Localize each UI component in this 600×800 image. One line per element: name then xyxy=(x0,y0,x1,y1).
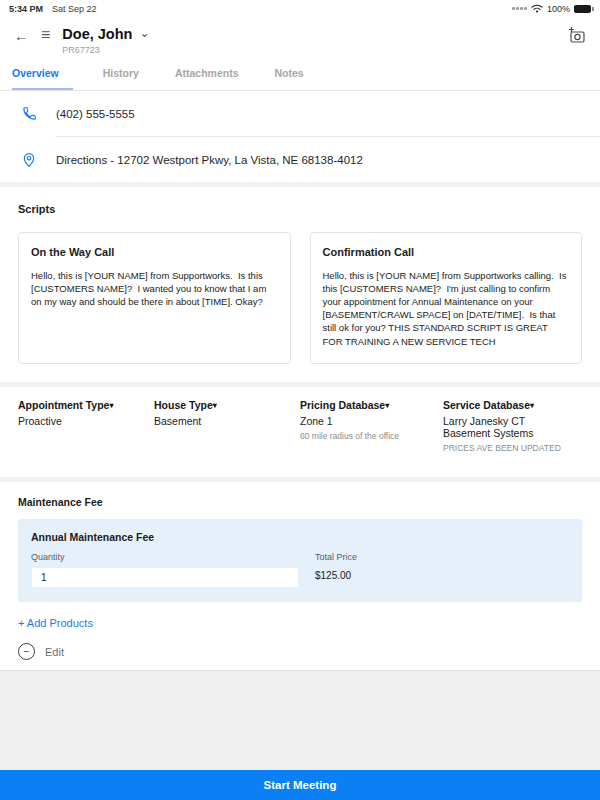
annual-maintenance-fee-card: Annual Maintenance Fee Quantity Total Pr… xyxy=(18,519,582,602)
service-database-dropdown[interactable]: Service Database▾ xyxy=(443,399,572,411)
directions-row[interactable]: Directions - 12702 Westport Pkwy, La Vis… xyxy=(0,137,600,182)
selector-value: Proactive xyxy=(18,415,144,427)
camera-add-button[interactable] xyxy=(567,26,586,44)
chevron-down-icon: ⌄ xyxy=(139,26,149,40)
directions-address: Directions - 12702 Westport Pkwy, La Vis… xyxy=(56,154,363,166)
selector-label: House Type xyxy=(154,399,213,411)
scripts-section: Scripts On the Way Call Hello, this is [… xyxy=(0,187,600,382)
pricing-database-selector: Pricing Database▾ Zone 1 60 mile radius … xyxy=(300,399,443,477)
back-button[interactable]: ← xyxy=(14,28,29,43)
tab-attachments[interactable]: Attachments xyxy=(175,63,245,90)
status-bar: 5:34 PM Sat Sep 22 100% xyxy=(0,0,600,17)
selector-label: Pricing Database xyxy=(300,399,385,411)
customer-name-dropdown[interactable]: Doe, John ⌄ xyxy=(62,26,567,42)
edit-button[interactable]: − Edit xyxy=(18,631,582,670)
script-card-body: Hello, this is [YOUR NAME] from Supportw… xyxy=(31,269,278,308)
dropdown-arrow-icon: ▾ xyxy=(109,401,113,410)
selector-value: Zone 1 xyxy=(300,415,433,427)
menu-button[interactable]: ≡ xyxy=(41,27,50,42)
add-products-button[interactable]: + Add Products xyxy=(18,602,582,631)
service-database-selector: Service Database▾ Larry Janesky CT Basem… xyxy=(443,399,582,477)
selectors-row: Appointment Type▾ Proactive House Type▾ … xyxy=(0,387,600,477)
total-price-label: Total Price xyxy=(315,552,357,562)
phone-row[interactable]: (402) 555-5555 xyxy=(0,91,600,136)
tab-bar: Overview History Attachments Notes xyxy=(0,55,600,90)
script-card-body: Hello, this is [YOUR NAME] from Supportw… xyxy=(323,269,570,348)
selector-value: Larry Janesky CT Basement Systems xyxy=(443,415,572,439)
selector-label: Service Database xyxy=(443,399,530,411)
phone-number: (402) 555-5555 xyxy=(56,108,135,120)
script-card-on-the-way[interactable]: On the Way Call Hello, this is [YOUR NAM… xyxy=(18,232,291,364)
start-meeting-button[interactable]: Start Meeting xyxy=(0,770,600,800)
content-background xyxy=(0,670,600,770)
appointment-type-selector: Appointment Type▾ Proactive xyxy=(18,399,154,477)
dropdown-arrow-icon: ▾ xyxy=(385,401,389,410)
selector-label: Appointment Type xyxy=(18,399,109,411)
app-page: 5:34 PM Sat Sep 22 100% ← ≡ Doe, John ⌄ … xyxy=(0,0,600,800)
tab-overview[interactable]: Overview xyxy=(12,63,73,90)
tab-notes[interactable]: Notes xyxy=(275,63,310,90)
header: ← ≡ Doe, John ⌄ PR67723 xyxy=(0,17,600,55)
status-time: 5:34 PM xyxy=(9,4,43,14)
house-type-dropdown[interactable]: House Type▾ xyxy=(154,399,290,411)
battery-percent: 100% xyxy=(547,4,570,14)
script-card-title: On the Way Call xyxy=(31,246,278,258)
quantity-label: Quantity xyxy=(31,552,299,562)
dropdown-arrow-icon: ▾ xyxy=(530,401,534,410)
minus-circle-icon: − xyxy=(18,643,35,660)
cellular-dots-icon xyxy=(512,7,527,10)
scripts-heading: Scripts xyxy=(18,203,582,215)
pricing-database-dropdown[interactable]: Pricing Database▾ xyxy=(300,399,433,411)
location-pin-icon xyxy=(19,152,39,168)
selector-subtext: 60 mile radius of the office xyxy=(300,431,433,441)
script-card-confirmation[interactable]: Confirmation Call Hello, this is [YOUR N… xyxy=(310,232,583,364)
maintenance-fee-heading: Maintenance Fee xyxy=(18,496,582,508)
dropdown-arrow-icon: ▾ xyxy=(213,401,217,410)
edit-label: Edit xyxy=(45,646,64,658)
wifi-icon xyxy=(531,4,543,13)
customer-id: PR67723 xyxy=(62,45,567,55)
selector-subtext: PRICES AVE BEEN UPDATED xyxy=(443,443,572,453)
phone-icon xyxy=(19,106,39,121)
battery-icon xyxy=(574,5,591,13)
total-price-value: $125.00 xyxy=(315,570,357,581)
tab-history[interactable]: History xyxy=(103,63,145,90)
quantity-input[interactable] xyxy=(31,567,299,588)
page-title: Doe, John xyxy=(62,26,132,42)
fee-item-title: Annual Maintenance Fee xyxy=(31,531,569,543)
script-card-title: Confirmation Call xyxy=(323,246,570,258)
status-date: Sat Sep 22 xyxy=(52,4,97,14)
appointment-type-dropdown[interactable]: Appointment Type▾ xyxy=(18,399,144,411)
house-type-selector: House Type▾ Basement xyxy=(154,399,300,477)
maintenance-fee-section: Maintenance Fee Annual Maintenance Fee Q… xyxy=(0,482,600,670)
selector-value: Basement xyxy=(154,415,290,427)
